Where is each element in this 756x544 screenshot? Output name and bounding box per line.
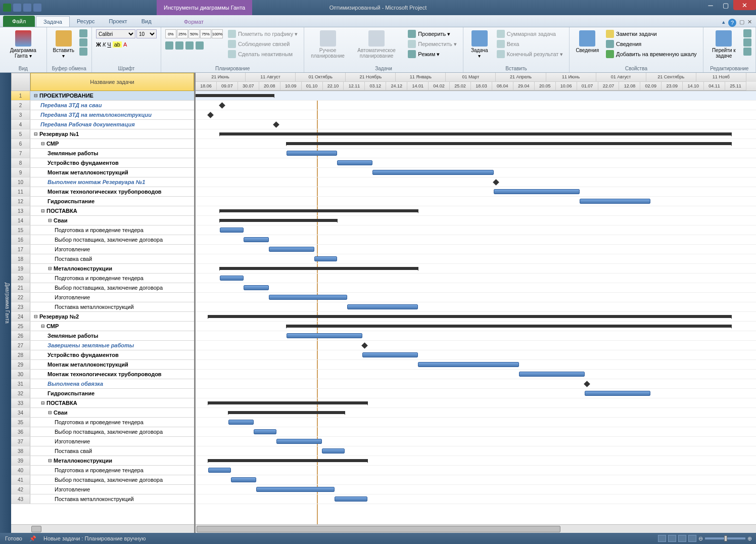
gantt-row[interactable] [196,350,756,360]
row-number[interactable]: 19 [11,264,30,273]
task-row[interactable]: 9Монтаж металлоконструкций [11,168,194,177]
task-notes-button[interactable]: Заметки задачи [604,29,699,38]
task-bar[interactable] [256,487,335,492]
task-name-cell[interactable]: ⊟СМР [30,139,194,148]
task-bar[interactable] [362,352,418,357]
task-row[interactable]: 17Изготовление [11,245,194,254]
task-bar[interactable] [337,160,372,165]
row-number[interactable]: 22 [11,293,30,302]
gantt-row[interactable] [196,245,756,254]
row-number[interactable]: 7 [11,149,30,158]
view-usage-icon[interactable] [668,535,676,542]
pct-50%[interactable]: 50% [188,29,200,38]
gantt-row[interactable] [196,216,756,225]
task-name-cell[interactable]: Монтаж технологических трубопроводов [30,187,194,196]
mark-on-track-button[interactable]: Пометить по графику ▾ [226,29,300,38]
zoom-in-button[interactable]: ⊕ [747,535,752,542]
task-row[interactable]: 24⊟Резервуар №2 [11,312,194,322]
window-restore-icon[interactable]: ▢ [739,19,744,27]
row-number[interactable]: 30 [11,370,30,379]
paste-button[interactable]: Вставить ▾ [51,29,76,60]
task-row[interactable]: 6⊟СМР [11,139,194,149]
task-name-cell[interactable]: Подготовка и проведение тендера [30,418,194,427]
gantt-row[interactable] [196,456,756,466]
font-name-select[interactable]: Calibri [96,29,135,38]
gantt-row[interactable] [196,437,756,446]
pin-icon[interactable]: 📌 [29,535,36,542]
fontcolor-button[interactable]: A [123,41,127,48]
summary-bar[interactable] [220,209,418,212]
task-row[interactable]: 30Монтаж технологических трубопроводов [11,370,194,379]
gantt-row[interactable] [196,494,756,504]
outline-toggle-icon[interactable]: ⊟ [48,218,53,223]
task-row[interactable]: 25⊟СМР [11,322,194,331]
task-bar[interactable] [494,189,580,194]
gantt-row[interactable] [196,274,756,283]
gantt-row[interactable] [196,110,756,120]
task-name-cell[interactable]: ⊟Резервуар №2 [30,312,194,321]
task-row[interactable]: 21Выбор поставщика, заключение договора [11,283,194,293]
column-header-name[interactable]: Название задачи [30,73,194,91]
task-row[interactable]: 42Изготовление [11,485,194,494]
outline-toggle-icon[interactable]: ⊟ [40,141,45,146]
task-hscroll[interactable] [11,524,194,533]
outline-toggle-icon[interactable]: ⊟ [48,266,53,271]
row-number[interactable]: 6 [11,139,30,148]
task-bar[interactable] [580,199,650,204]
task-row[interactable]: 4Передана Рабочая документация [11,120,194,129]
select-all-cell[interactable] [11,73,30,91]
outline-toggle-icon[interactable]: ⊟ [33,314,38,319]
gantt-row[interactable] [196,466,756,475]
gantt-row[interactable] [196,139,756,149]
row-number[interactable]: 27 [11,341,30,350]
outline-toggle-icon[interactable]: ⊟ [40,324,45,329]
gantt-row[interactable] [196,341,756,350]
summary-bar[interactable] [287,142,731,145]
row-number[interactable]: 1 [11,91,30,100]
tab-Ресурс[interactable]: Ресурс [70,16,102,27]
gantt-row[interactable] [196,225,756,235]
task-name-cell[interactable]: ⊟ПОСТАВКА [30,398,194,407]
zoom-out-button[interactable]: ⊖ [698,535,703,542]
gantt-row[interactable] [196,379,756,389]
gantt-row[interactable] [196,389,756,398]
task-row[interactable]: 5⊟Резервуар №1 [11,129,194,139]
outline-toggle-icon[interactable]: ⊟ [48,410,53,415]
italic-button[interactable]: К [103,41,106,48]
milestone-marker[interactable] [584,381,590,387]
task-row[interactable]: 13⊟ПОСТАВКА [11,206,194,216]
gantt-view-button[interactable]: Диаграмма Ганта ▾ [4,29,42,60]
task-row[interactable]: 11Монтаж технологических трубопроводов [11,187,194,197]
task-name-cell[interactable]: Устройство фундаментов [30,158,194,167]
task-row[interactable]: 23Поставка металлоконструкций [11,302,194,312]
row-number[interactable]: 38 [11,446,30,456]
milestone-marker[interactable] [361,342,368,349]
bold-button[interactable]: Ж [96,41,101,48]
task-bar[interactable] [287,151,337,156]
task-row[interactable]: 31Выполнена обвязка [11,379,194,389]
copy-icon[interactable] [79,38,87,47]
task-name-cell[interactable]: Поставка свай [30,446,194,456]
minimize-ribbon-icon[interactable]: ▴ [722,19,725,27]
row-number[interactable]: 12 [11,197,30,206]
row-number[interactable]: 23 [11,302,30,311]
task-row[interactable]: 7Земляные работы [11,149,194,158]
task-row[interactable]: 38Поставка свай [11,446,194,456]
task-bar[interactable] [269,247,314,252]
task-name-cell[interactable]: ⊟Металлоконструкции [30,456,194,465]
task-row[interactable]: 22Изготовление [11,293,194,302]
task-name-cell[interactable]: Монтаж металлоконструкций [30,360,194,369]
summary-bar[interactable] [220,219,337,222]
gantt-row[interactable] [196,168,756,177]
task-name-cell[interactable]: Выполнен монтаж Резервуара №1 [30,177,194,187]
indent-icon[interactable] [175,41,183,50]
row-number[interactable]: 18 [11,254,30,263]
row-number[interactable]: 35 [11,418,30,427]
redo-icon[interactable] [33,4,41,12]
gantt-row[interactable] [196,101,756,110]
task-row[interactable]: 19⊟Металлоконструкции [11,264,194,274]
save-icon[interactable] [13,4,21,12]
row-number[interactable]: 16 [11,235,30,244]
task-row[interactable]: 43Поставка металлоконструкций [11,494,194,504]
task-row[interactable]: 33⊟ПОСТАВКА [11,398,194,408]
